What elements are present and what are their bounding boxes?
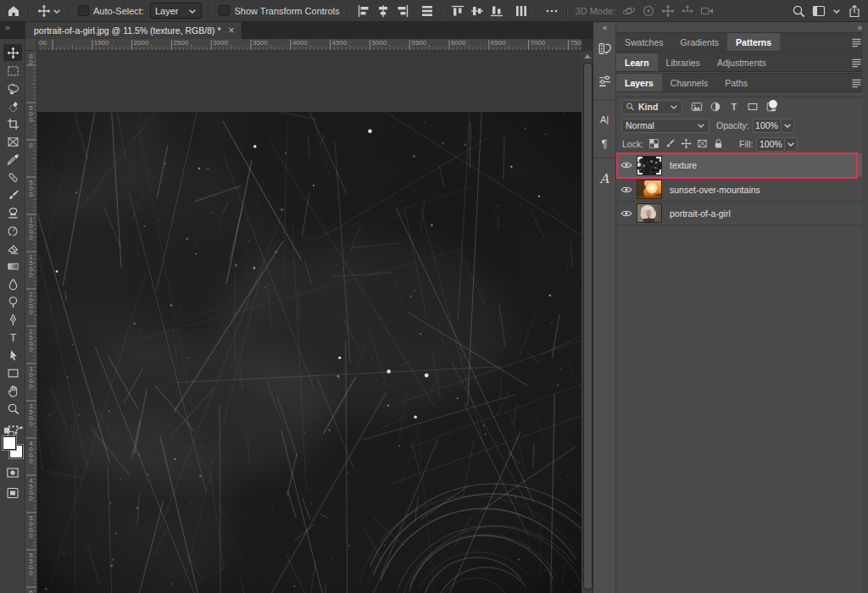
more-align-options-icon[interactable] [545, 4, 559, 18]
panel-tab-paths[interactable]: Paths [716, 74, 756, 91]
brush-tool[interactable] [3, 186, 22, 203]
workspace-chevron-icon[interactable] [832, 7, 841, 15]
horizontal-ruler[interactable]: 0015002000250030003500400045005000550060… [37, 39, 581, 51]
align-bottom-edges-icon[interactable] [490, 4, 504, 18]
auto-select-checkbox[interactable] [78, 5, 89, 16]
properties-panel-icon[interactable] [593, 68, 615, 93]
paragraph-panel-icon[interactable]: ¶ [593, 130, 615, 156]
history-panel-icon[interactable] [593, 36, 615, 61]
align-vertical-centers-icon[interactable] [470, 4, 484, 18]
eyedropper-tool[interactable] [3, 151, 22, 168]
rectangle-tool[interactable] [3, 364, 22, 381]
panel-menu-icon[interactable] [851, 38, 862, 47]
character-panel-icon[interactable]: A| [593, 107, 615, 132]
filter-shape-layers-icon[interactable] [746, 100, 760, 114]
align-left-edges-icon[interactable] [357, 4, 370, 18]
ruler-origin-corner[interactable] [25, 39, 37, 51]
panel-tab-adjustments[interactable]: Adjustments [709, 53, 775, 71]
close-tab-icon[interactable]: × [229, 25, 235, 36]
path-selection-tool[interactable] [3, 346, 22, 363]
layer-row-portrait-of-a-girl[interactable]: portrait-of-a-girl [616, 202, 868, 225]
eraser-tool[interactable] [3, 240, 22, 257]
vertical-ruler[interactable]: 0050005001000150020002500300035004000450… [25, 51, 37, 593]
lasso-tool[interactable] [3, 80, 22, 97]
align-right-edges-icon[interactable] [396, 4, 409, 18]
lock-artboard-nesting-icon[interactable] [697, 138, 709, 151]
canvas-image-texture[interactable] [37, 112, 581, 593]
edit-toolbar-tool[interactable] [3, 418, 22, 435]
align-top-edges-icon[interactable] [451, 4, 465, 18]
layer-thumbnail-sunset[interactable] [637, 180, 662, 199]
layer-visibility-eye-icon[interactable] [616, 186, 637, 194]
home-icon[interactable] [7, 4, 20, 18]
document-tab[interactable]: portrait-of-a-girl.jpg @ 11.5% (texture,… [25, 22, 242, 39]
hand-tool[interactable] [3, 382, 22, 399]
dock-collapse-chevrons[interactable]: « [593, 23, 615, 32]
distribute-vertical-centers-icon[interactable] [420, 4, 434, 18]
scroll-up-arrow-icon[interactable] [584, 54, 591, 58]
vertical-scrollbar[interactable] [581, 51, 593, 593]
move-tool[interactable] [3, 44, 22, 61]
v-ruler-label: 500 [27, 104, 35, 122]
layer-filter-kind-dropdown[interactable]: Kind [621, 100, 682, 114]
tool-preset-chevron-icon[interactable] [53, 7, 61, 15]
panel-tab-layers[interactable]: Layers [616, 74, 662, 91]
layer-visibility-eye-icon[interactable] [616, 161, 637, 169]
panel-menu-icon[interactable] [851, 79, 862, 88]
filter-type-layers-icon[interactable]: T [727, 100, 741, 114]
panel-tab-libraries[interactable]: Libraries [658, 53, 709, 71]
crop-tool[interactable] [3, 115, 22, 132]
frame-tool[interactable] [3, 133, 22, 150]
blend-mode-dropdown[interactable]: Normal [621, 119, 709, 133]
fill-scrubber-chevron[interactable] [785, 137, 798, 152]
tools-panel-collapse-chevrons[interactable]: » [5, 23, 9, 32]
fill-value-field[interactable]: 100% [756, 137, 785, 152]
canvas-pasteboard[interactable] [37, 51, 581, 593]
history-brush-tool[interactable] [3, 222, 22, 239]
opacity-scrubber-chevron[interactable] [782, 119, 794, 133]
move-tool-options-icon[interactable] [37, 4, 51, 18]
scrollbar-thumb[interactable] [583, 63, 593, 590]
opacity-value-field[interactable]: 100% [753, 119, 782, 133]
workspace-switcher-icon[interactable] [812, 4, 826, 18]
quick-mask-mode-icon[interactable] [6, 466, 19, 479]
panel-tab-patterns[interactable]: Patterns [727, 33, 780, 51]
blur-tool[interactable] [3, 275, 22, 292]
clone-stamp-tool[interactable] [3, 204, 22, 221]
gradient-tool[interactable] [3, 258, 22, 274]
foreground-color-swatch[interactable] [3, 436, 16, 450]
align-horizontal-centers-icon[interactable] [376, 4, 390, 18]
search-icon[interactable] [792, 4, 805, 18]
panel-tab-learn[interactable]: Learn [616, 53, 658, 71]
share-image-icon[interactable] [848, 4, 861, 18]
layer-thumbnail-texture[interactable] [637, 156, 662, 175]
lock-image-pixels-icon[interactable] [665, 138, 677, 151]
glyphs-panel-icon[interactable]: A [593, 166, 615, 191]
lock-position-icon[interactable] [681, 138, 693, 151]
dock-expand-chevrons[interactable]: » [857, 23, 861, 32]
auto-select-target-dropdown[interactable]: Layer [150, 3, 203, 19]
lock-all-icon[interactable] [713, 138, 726, 151]
distribute-horizontal-centers-icon[interactable] [515, 4, 528, 18]
lock-transparent-pixels-icon[interactable] [648, 138, 661, 151]
quick-selection-tool[interactable] [3, 97, 22, 114]
layer-thumbnail-portrait[interactable] [637, 203, 662, 223]
filter-pixel-layers-icon[interactable] [690, 100, 704, 114]
layer-filtering-toggle[interactable] [769, 100, 777, 108]
filter-adjustment-layers-icon[interactable] [709, 100, 722, 114]
show-transform-checkbox[interactable] [219, 5, 230, 16]
rectangular-marquee-tool[interactable] [3, 62, 22, 79]
panel-tab-channels[interactable]: Channels [662, 74, 716, 91]
screen-mode-icon[interactable] [6, 486, 19, 500]
panel-menu-icon[interactable] [851, 58, 862, 68]
layer-row-texture[interactable]: texture [616, 153, 868, 178]
panel-tab-swatches[interactable]: Swatches [616, 33, 672, 51]
spot-healing-brush-tool[interactable] [3, 169, 22, 186]
layer-visibility-eye-icon[interactable] [616, 209, 637, 218]
panel-tab-gradients[interactable]: Gradients [672, 33, 728, 51]
dodge-tool[interactable] [3, 293, 22, 310]
zoom-tool[interactable] [3, 400, 22, 417]
pen-tool[interactable] [3, 311, 22, 328]
layer-row-sunset-over-mountains[interactable]: sunset-over-mountains [616, 178, 868, 202]
type-tool[interactable]: T [3, 329, 22, 346]
